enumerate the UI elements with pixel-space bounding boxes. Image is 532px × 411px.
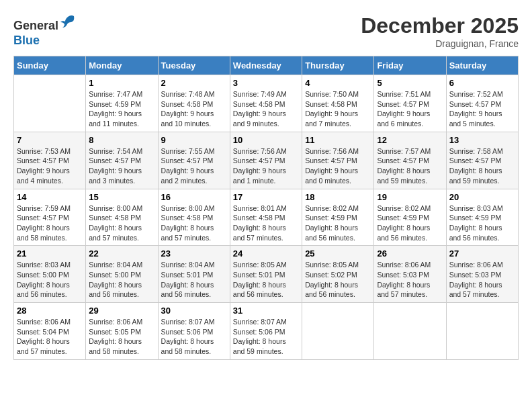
calendar-cell: 3Sunrise: 7:49 AMSunset: 4:58 PMDaylight… xyxy=(230,75,302,132)
calendar-cell: 29Sunrise: 8:06 AMSunset: 5:05 PMDayligh… xyxy=(86,303,158,360)
location: Draguignan, France xyxy=(361,38,519,49)
day-number: 25 xyxy=(305,248,371,259)
day-info: Sunrise: 8:06 AMSunset: 5:03 PMDaylight:… xyxy=(449,260,515,300)
calendar-week-row: 28Sunrise: 8:06 AMSunset: 5:04 PMDayligh… xyxy=(14,303,519,360)
day-of-week-header: Thursday xyxy=(302,56,374,75)
calendar-cell: 13Sunrise: 7:58 AMSunset: 4:57 PMDayligh… xyxy=(446,132,518,189)
day-number: 30 xyxy=(161,306,227,316)
day-number: 9 xyxy=(161,135,227,145)
calendar-cell: 20Sunrise: 8:03 AMSunset: 4:59 PMDayligh… xyxy=(446,189,518,246)
day-of-week-header: Tuesday xyxy=(158,56,230,75)
calendar-cell: 18Sunrise: 8:02 AMSunset: 4:59 PMDayligh… xyxy=(302,189,374,246)
logo: General Blue xyxy=(13,13,76,48)
day-info: Sunrise: 7:55 AMSunset: 4:57 PMDaylight:… xyxy=(161,146,227,186)
calendar-cell: 4Sunrise: 7:50 AMSunset: 4:58 PMDaylight… xyxy=(302,75,374,132)
day-info: Sunrise: 7:54 AMSunset: 4:57 PMDaylight:… xyxy=(89,146,154,186)
day-number: 8 xyxy=(89,135,154,145)
calendar-cell: 23Sunrise: 8:04 AMSunset: 5:01 PMDayligh… xyxy=(158,246,230,303)
calendar-cell: 1Sunrise: 7:47 AMSunset: 4:59 PMDaylight… xyxy=(86,75,158,132)
day-number: 26 xyxy=(377,248,443,259)
calendar-cell xyxy=(14,75,86,132)
day-number: 1 xyxy=(89,78,154,88)
calendar-cell: 31Sunrise: 8:07 AMSunset: 5:06 PMDayligh… xyxy=(230,303,302,360)
day-info: Sunrise: 8:02 AMSunset: 4:59 PMDaylight:… xyxy=(377,203,443,243)
day-info: Sunrise: 8:05 AMSunset: 5:02 PMDaylight:… xyxy=(305,260,371,300)
day-info: Sunrise: 7:57 AMSunset: 4:57 PMDaylight:… xyxy=(377,146,443,186)
day-info: Sunrise: 8:00 AMSunset: 4:58 PMDaylight:… xyxy=(161,203,227,243)
calendar-cell: 22Sunrise: 8:04 AMSunset: 5:00 PMDayligh… xyxy=(86,246,158,303)
day-info: Sunrise: 8:06 AMSunset: 5:04 PMDaylight:… xyxy=(17,317,83,357)
day-info: Sunrise: 7:59 AMSunset: 4:57 PMDaylight:… xyxy=(17,203,83,243)
calendar-cell: 6Sunrise: 7:52 AMSunset: 4:57 PMDaylight… xyxy=(446,75,518,132)
day-number: 21 xyxy=(17,248,83,259)
calendar-cell: 16Sunrise: 8:00 AMSunset: 4:58 PMDayligh… xyxy=(158,189,230,246)
calendar-cell: 17Sunrise: 8:01 AMSunset: 4:58 PMDayligh… xyxy=(230,189,302,246)
day-of-week-header: Monday xyxy=(86,56,158,75)
calendar-body: 1Sunrise: 7:47 AMSunset: 4:59 PMDaylight… xyxy=(14,75,519,360)
day-info: Sunrise: 8:05 AMSunset: 5:01 PMDaylight:… xyxy=(233,260,299,300)
calendar-cell: 30Sunrise: 8:07 AMSunset: 5:06 PMDayligh… xyxy=(158,303,230,360)
calendar-cell: 11Sunrise: 7:56 AMSunset: 4:57 PMDayligh… xyxy=(302,132,374,189)
calendar-cell: 7Sunrise: 7:53 AMSunset: 4:57 PMDaylight… xyxy=(14,132,86,189)
day-of-week-header: Sunday xyxy=(14,56,86,75)
day-number: 7 xyxy=(17,135,83,145)
title-block: December 2025 Draguignan, France xyxy=(361,13,519,49)
day-number: 10 xyxy=(233,135,299,145)
day-info: Sunrise: 8:02 AMSunset: 4:59 PMDaylight:… xyxy=(305,203,371,243)
calendar-header: SundayMondayTuesdayWednesdayThursdayFrid… xyxy=(14,56,519,75)
page-header: General Blue December 2025 Draguignan, F… xyxy=(13,13,519,49)
calendar-cell: 9Sunrise: 7:55 AMSunset: 4:57 PMDaylight… xyxy=(158,132,230,189)
day-number: 27 xyxy=(449,248,515,259)
day-info: Sunrise: 8:06 AMSunset: 5:05 PMDaylight:… xyxy=(89,317,154,357)
calendar-cell: 26Sunrise: 8:06 AMSunset: 5:03 PMDayligh… xyxy=(374,246,446,303)
day-number: 29 xyxy=(89,306,154,316)
calendar-week-row: 21Sunrise: 8:03 AMSunset: 5:00 PMDayligh… xyxy=(14,246,519,303)
day-number: 23 xyxy=(161,248,227,259)
day-info: Sunrise: 7:58 AMSunset: 4:57 PMDaylight:… xyxy=(449,146,515,186)
day-number: 22 xyxy=(89,248,154,259)
day-info: Sunrise: 7:49 AMSunset: 4:58 PMDaylight:… xyxy=(233,89,299,129)
day-number: 11 xyxy=(305,135,371,145)
day-of-week-header: Friday xyxy=(374,56,446,75)
day-number: 31 xyxy=(233,306,299,316)
day-info: Sunrise: 7:48 AMSunset: 4:58 PMDaylight:… xyxy=(161,89,227,129)
day-number: 13 xyxy=(449,135,515,145)
day-info: Sunrise: 8:07 AMSunset: 5:06 PMDaylight:… xyxy=(233,317,299,357)
day-info: Sunrise: 7:53 AMSunset: 4:57 PMDaylight:… xyxy=(17,146,83,186)
day-info: Sunrise: 8:00 AMSunset: 4:58 PMDaylight:… xyxy=(89,203,154,243)
calendar-week-row: 14Sunrise: 7:59 AMSunset: 4:57 PMDayligh… xyxy=(14,189,519,246)
day-info: Sunrise: 7:56 AMSunset: 4:57 PMDaylight:… xyxy=(305,146,371,186)
logo-general: General xyxy=(13,19,58,32)
day-of-week-header: Wednesday xyxy=(230,56,302,75)
day-number: 6 xyxy=(449,78,515,88)
day-number: 18 xyxy=(305,192,371,202)
day-of-week-header: Saturday xyxy=(446,56,518,75)
calendar-cell: 14Sunrise: 7:59 AMSunset: 4:57 PMDayligh… xyxy=(14,189,86,246)
calendar-cell xyxy=(446,303,518,360)
day-number: 14 xyxy=(17,192,83,202)
day-number: 24 xyxy=(233,248,299,259)
day-info: Sunrise: 7:47 AMSunset: 4:59 PMDaylight:… xyxy=(89,89,154,129)
day-number: 4 xyxy=(305,78,371,88)
calendar-cell xyxy=(374,303,446,360)
calendar-cell: 12Sunrise: 7:57 AMSunset: 4:57 PMDayligh… xyxy=(374,132,446,189)
day-info: Sunrise: 7:50 AMSunset: 4:58 PMDaylight:… xyxy=(305,89,371,129)
day-info: Sunrise: 7:56 AMSunset: 4:57 PMDaylight:… xyxy=(233,146,299,186)
calendar-cell: 8Sunrise: 7:54 AMSunset: 4:57 PMDaylight… xyxy=(86,132,158,189)
day-info: Sunrise: 8:03 AMSunset: 4:59 PMDaylight:… xyxy=(449,203,515,243)
calendar-cell: 25Sunrise: 8:05 AMSunset: 5:02 PMDayligh… xyxy=(302,246,374,303)
day-number: 20 xyxy=(449,192,515,202)
calendar-cell: 10Sunrise: 7:56 AMSunset: 4:57 PMDayligh… xyxy=(230,132,302,189)
logo-bird-icon xyxy=(60,13,76,30)
calendar-cell: 21Sunrise: 8:03 AMSunset: 5:00 PMDayligh… xyxy=(14,246,86,303)
calendar-cell: 15Sunrise: 8:00 AMSunset: 4:58 PMDayligh… xyxy=(86,189,158,246)
calendar-week-row: 1Sunrise: 7:47 AMSunset: 4:59 PMDaylight… xyxy=(14,75,519,132)
day-number: 3 xyxy=(233,78,299,88)
day-info: Sunrise: 8:03 AMSunset: 5:00 PMDaylight:… xyxy=(17,260,83,300)
day-info: Sunrise: 8:04 AMSunset: 5:01 PMDaylight:… xyxy=(161,260,227,300)
day-number: 17 xyxy=(233,192,299,202)
calendar-cell: 2Sunrise: 7:48 AMSunset: 4:58 PMDaylight… xyxy=(158,75,230,132)
calendar-cell: 19Sunrise: 8:02 AMSunset: 4:59 PMDayligh… xyxy=(374,189,446,246)
day-number: 15 xyxy=(89,192,154,202)
day-number: 2 xyxy=(161,78,227,88)
